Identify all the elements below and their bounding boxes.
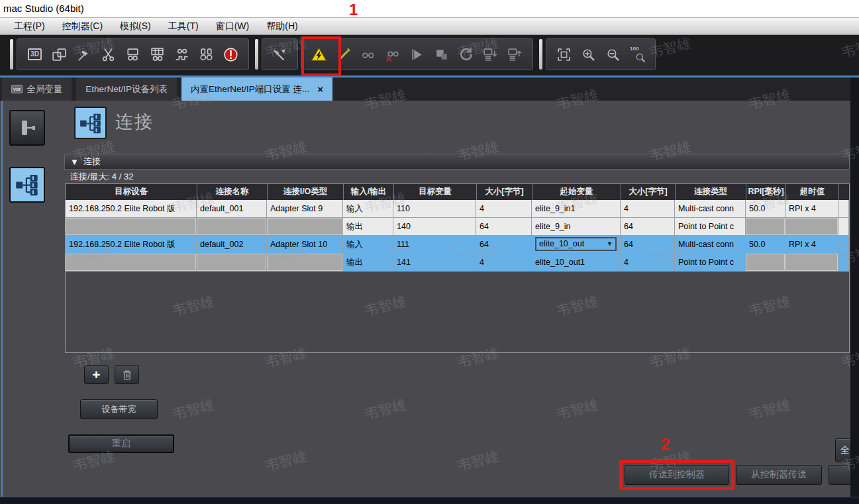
table-cell[interactable]: 140 xyxy=(393,218,476,236)
table-cell[interactable]: Adapter Slot 9 xyxy=(267,200,343,218)
table-cell[interactable]: default_002 xyxy=(197,236,267,254)
edit-tool-icon[interactable] xyxy=(271,46,289,64)
error-abort-icon[interactable] xyxy=(222,46,240,64)
table-cell[interactable]: RPI x 4 xyxy=(785,200,838,218)
table-cell[interactable]: elite_10_out▼ xyxy=(532,236,621,254)
table-cell[interactable]: 192.168.250.2 Elite Robot 版 xyxy=(66,236,197,254)
column-header-3[interactable]: 连接I/O类型 xyxy=(267,184,343,200)
table-cell[interactable]: 50.0 xyxy=(746,200,785,218)
column-header-11[interactable]: 超时值 xyxy=(785,184,838,200)
zoom-out-icon[interactable] xyxy=(604,46,622,64)
table-cell[interactable]: RPI x 4 xyxy=(785,236,838,254)
column-header-9[interactable]: 连接类型 xyxy=(675,184,746,200)
transfer-from-controller-button[interactable]: 从控制器传送 xyxy=(736,465,822,485)
table-cell[interactable]: Point to Point c xyxy=(675,254,746,272)
table-cell[interactable]: 111 xyxy=(393,236,476,254)
zoom-100-icon[interactable]: 100 xyxy=(629,46,646,64)
tab-global-variables[interactable]: var 全局变量 xyxy=(2,77,72,101)
collapse-arrow-icon[interactable]: ▼ xyxy=(70,157,79,167)
table-cell[interactable]: default_001 xyxy=(197,200,267,218)
cut-icon[interactable] xyxy=(99,46,117,64)
menu-controller[interactable]: 控制器(C) xyxy=(54,18,111,34)
table-cell[interactable] xyxy=(66,218,197,236)
table-cell[interactable] xyxy=(746,218,785,236)
table-cell[interactable]: 输入 xyxy=(343,200,393,218)
table-cell[interactable]: 64 xyxy=(476,218,532,236)
table-row[interactable]: 输出1414elite_10_out14Point to Point c xyxy=(66,254,849,272)
table-cell[interactable]: 4 xyxy=(476,254,532,272)
column-header-12[interactable] xyxy=(838,184,849,200)
table-cell[interactable] xyxy=(267,254,343,272)
section-header-connections[interactable]: ▼ 连接 xyxy=(64,154,850,170)
table-cell[interactable]: 64 xyxy=(476,236,532,254)
download-to-device-icon[interactable] xyxy=(481,46,499,64)
table-cell[interactable] xyxy=(197,254,267,272)
menu-help[interactable]: 帮助(H) xyxy=(258,18,306,34)
table-cell[interactable]: 141 xyxy=(393,254,476,272)
table-cell[interactable]: 4 xyxy=(621,200,675,218)
stop-icon[interactable] xyxy=(432,46,450,64)
table-cell[interactable]: Adapter Slot 10 xyxy=(267,236,343,254)
restart-button[interactable]: 重启 xyxy=(68,434,174,453)
close-icon[interactable]: × xyxy=(317,83,323,95)
table-row[interactable]: 192.168.250.2 Elite Robot 版default_001Ad… xyxy=(66,200,849,218)
origin-variable-dropdown[interactable]: elite_10_out▼ xyxy=(535,237,617,251)
monitor-wave-icon[interactable] xyxy=(173,46,191,64)
add-connection-button[interactable]: + xyxy=(84,365,109,384)
column-header-6[interactable]: 大小[字节] xyxy=(476,184,532,200)
column-header-2[interactable]: 连接名称 xyxy=(197,184,267,200)
table-cell[interactable]: 输出 xyxy=(343,254,393,272)
table-cell[interactable] xyxy=(838,236,849,254)
table-cell[interactable]: 192.168.250.2 Elite Robot 版 xyxy=(66,200,197,218)
table-cell[interactable]: elite_9_in xyxy=(532,218,621,236)
table-cell[interactable]: 4 xyxy=(621,254,675,272)
sync-icon[interactable] xyxy=(457,46,475,64)
menu-tools[interactable]: 工具(T) xyxy=(160,18,207,34)
menu-simulation[interactable]: 模拟(S) xyxy=(111,18,160,34)
table-cell[interactable]: Point to Point c xyxy=(675,218,746,236)
sidebar-item-port-settings[interactable] xyxy=(9,110,45,146)
table-cell[interactable] xyxy=(66,254,197,272)
3d-view-icon[interactable]: 3D xyxy=(26,46,44,64)
table-cell[interactable]: 50.0 xyxy=(746,236,785,254)
tab-builtin-ethernet-ip-port-settings[interactable]: 内置EtherNet/IP端口设置 连... × xyxy=(181,77,332,101)
table-cell[interactable]: elite_9_in1 xyxy=(532,200,621,218)
table-cell[interactable]: Multi-cast conn xyxy=(675,236,746,254)
zoom-in-icon[interactable] xyxy=(580,46,597,64)
stop-monitor-icon[interactable] xyxy=(383,46,401,64)
device-bandwidth-button[interactable]: 设备带宽 xyxy=(80,399,158,419)
table-cell[interactable]: 输入 xyxy=(343,236,393,254)
monitor-icon[interactable] xyxy=(359,46,377,64)
sidebar-item-connections[interactable] xyxy=(9,167,45,203)
upload-from-device-icon[interactable] xyxy=(506,46,524,64)
table-cell[interactable]: 64 xyxy=(621,218,675,236)
table-cell[interactable]: 输出 xyxy=(343,218,393,236)
build-icon[interactable] xyxy=(75,46,93,64)
watch-window-icon[interactable] xyxy=(124,46,142,64)
watch-table-icon[interactable] xyxy=(148,46,166,64)
table-cell[interactable] xyxy=(838,200,849,218)
table-cell[interactable] xyxy=(197,218,267,236)
layout-windows-icon[interactable] xyxy=(50,46,68,64)
fit-to-window-icon[interactable] xyxy=(555,46,573,64)
column-header-1[interactable]: 目标设备 xyxy=(66,184,197,200)
table-cell[interactable] xyxy=(785,218,838,236)
column-header-8[interactable]: 大小[字节] xyxy=(621,184,675,200)
menu-project[interactable]: 工程(P) xyxy=(5,18,54,34)
table-cell[interactable] xyxy=(838,218,849,236)
table-cell[interactable] xyxy=(838,254,849,272)
delete-connection-button[interactable] xyxy=(115,365,139,384)
column-header-4[interactable]: 输入/输出 xyxy=(343,184,393,200)
column-header-7[interactable]: 起始变量 xyxy=(532,184,621,200)
tab-ethernet-ip-device-list[interactable]: EtherNet/IP设备列表 xyxy=(76,77,177,101)
chevron-down-icon[interactable]: ▼ xyxy=(607,238,613,250)
table-cell[interactable] xyxy=(267,218,343,236)
table-row[interactable]: 192.168.250.2 Elite Robot 版default_002Ad… xyxy=(66,236,849,254)
table-row[interactable]: 输出14064elite_9_in64Point to Point c xyxy=(66,218,849,236)
column-header-5[interactable]: 目标变量 xyxy=(393,184,476,200)
find-icon[interactable] xyxy=(197,46,215,64)
menu-window[interactable]: 窗口(W) xyxy=(207,18,258,34)
table-cell[interactable]: 110 xyxy=(393,200,476,218)
table-cell[interactable]: 4 xyxy=(476,200,532,218)
table-cell[interactable]: 64 xyxy=(621,236,675,254)
